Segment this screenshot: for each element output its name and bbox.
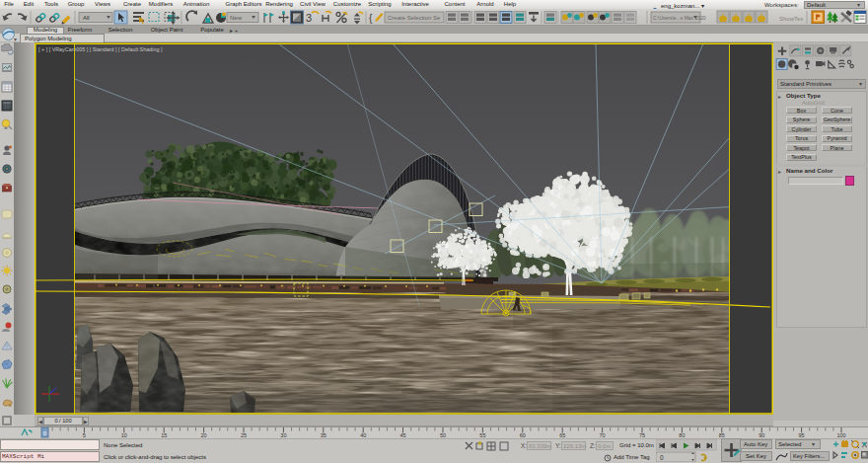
svg-text:{: {: [369, 13, 373, 24]
svg-text:All: All: [83, 15, 90, 21]
svg-text:ShowTex: ShowTex: [779, 16, 803, 22]
svg-text:[ + ] [ VRayCam005 ] [ Standar: [ + ] [ VRayCam005 ] [ Standard ] [ Defa…: [38, 46, 163, 52]
svg-text:C:\Users\e...s Max 2020: C:\Users\e...s Max 2020: [653, 15, 706, 21]
svg-text:New: New: [230, 15, 243, 21]
svg-text:3: 3: [306, 12, 312, 24]
svg-text:Create Selection Se: Create Selection Se: [388, 15, 441, 21]
svg-text:0: 0: [660, 454, 664, 461]
